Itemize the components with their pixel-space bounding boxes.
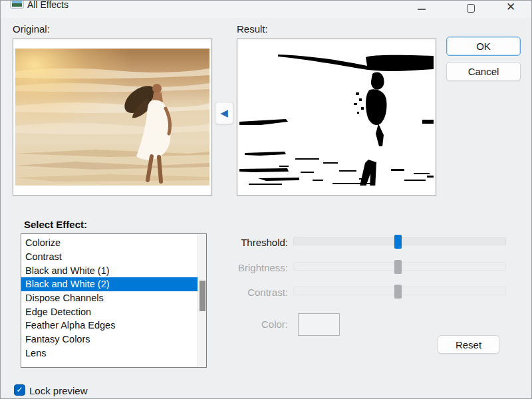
effect-item-black-and-white-2[interactable]: Black and White (2) (21, 277, 198, 291)
minimize-icon (418, 9, 426, 10)
effect-item-black-and-white-1[interactable]: Black and White (1) (21, 264, 198, 278)
lock-preview-checkbox[interactable]: ✓ (14, 384, 25, 396)
effect-item-lens[interactable]: Lens (21, 346, 198, 360)
checkmark-icon: ✓ (16, 385, 23, 394)
contrast-label: Contrast: (227, 287, 288, 298)
threshold-label: Threshold: (227, 237, 288, 248)
brightness-slider (293, 262, 506, 271)
copy-result-arrow-button[interactable]: ◀ (215, 102, 233, 124)
color-label: Color: (227, 319, 288, 330)
original-label: Original: (13, 23, 50, 35)
threshold-slider[interactable] (293, 237, 506, 245)
contrast-slider (293, 287, 506, 295)
minimize-button[interactable] (410, 0, 433, 17)
effect-item-fantasy-colors[interactable]: Fantasy Colors (21, 332, 198, 346)
brightness-label: Brightness: (227, 262, 288, 273)
titlebar: All Effects ✕ (1, 1, 531, 18)
threshold-slider-thumb[interactable] (394, 235, 402, 249)
reset-button[interactable]: Reset (438, 335, 499, 354)
effect-list-scrollbar[interactable] (198, 234, 206, 367)
result-label: Result: (237, 23, 268, 35)
close-button[interactable]: ✕ (499, 0, 522, 17)
effect-item-colorize[interactable]: Colorize (21, 236, 198, 250)
lock-preview-label: Lock preview (29, 385, 88, 396)
select-effect-label: Select Effect: (24, 219, 87, 230)
cancel-button[interactable]: Cancel (446, 62, 521, 81)
effect-item-contrast[interactable]: Contrast (21, 250, 198, 264)
result-preview-image (239, 49, 434, 186)
close-icon: ✕ (506, 0, 515, 14)
maximize-button[interactable] (460, 0, 482, 17)
effect-item-feather-alpha-edges[interactable]: Feather Alpha Edges (21, 319, 198, 332)
effect-item-dispose-channels[interactable]: Dispose Channels (21, 291, 198, 305)
window-title: All Effects (27, 0, 68, 10)
brightness-slider-thumb (394, 260, 402, 274)
color-swatch (298, 313, 340, 336)
arrow-left-icon: ◀ (220, 107, 228, 119)
result-preview-panel (237, 39, 436, 196)
maximize-icon (467, 4, 475, 13)
contrast-slider-thumb (394, 285, 402, 299)
original-preview-image (15, 49, 209, 186)
effect-listbox: Colorize Contrast Black and White (1) Bl… (21, 233, 207, 368)
ok-button[interactable]: OK (446, 37, 521, 56)
app-image-icon (11, 0, 23, 8)
original-preview-panel (13, 39, 212, 196)
effect-item-edge-detection[interactable]: Edge Detection (21, 305, 198, 319)
all-effects-dialog: All Effects ✕ Original: Result: (0, 0, 532, 399)
effect-list-scrollbar-thumb[interactable] (200, 281, 205, 311)
